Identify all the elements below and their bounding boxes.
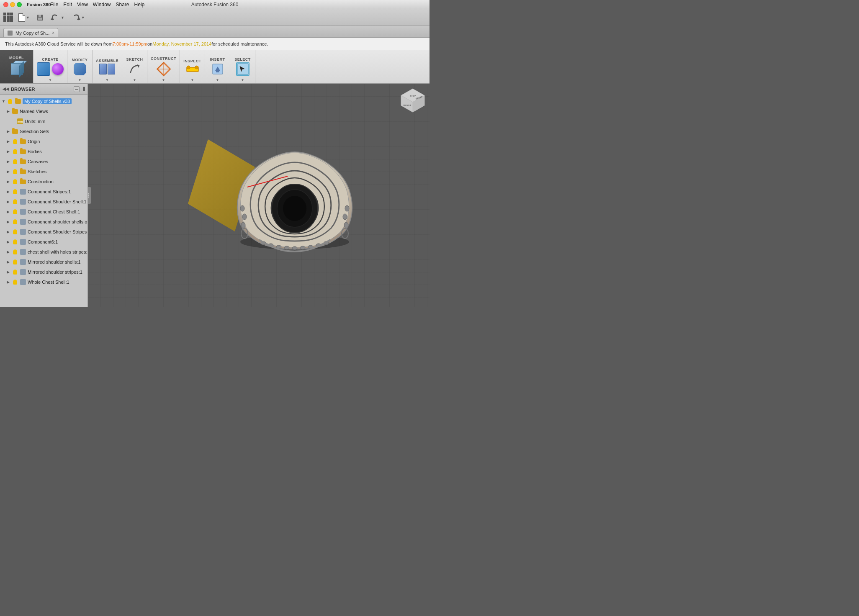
canvases-arrow: ▶ — [7, 159, 12, 164]
assemble-icon — [99, 64, 115, 74]
new-file-button[interactable]: ▼ — [17, 13, 31, 23]
comp6-bulb — [12, 239, 18, 245]
svg-point-29 — [292, 246, 297, 250]
notification-prefix: This Autodesk A360 Cloud Service will be… — [5, 41, 113, 46]
construction-arrow: ▶ — [7, 180, 12, 184]
tree-item-sketches[interactable]: ▶ Sketches — [0, 167, 87, 177]
tree-item-selection-sets[interactable]: ▶ Selection Sets — [0, 126, 87, 136]
undo-icon — [51, 14, 60, 21]
comp-chest-icon — [20, 208, 26, 215]
menu-edit[interactable]: Edit — [63, 2, 72, 8]
toolbar-select[interactable]: SELECT ▼ — [230, 50, 255, 83]
construct-icon — [156, 62, 171, 77]
create-sphere-icon — [52, 63, 64, 75]
comp-stripes-label: Component Stripes:1 — [28, 189, 71, 194]
side-panel-handle[interactable] — [88, 187, 91, 204]
comp-chest-bulb — [12, 208, 18, 215]
tree-item-mirrored-stripes[interactable]: ▶ Mirrored shoulder stripes:1 — [0, 267, 87, 277]
notification-time: 7:00pm-11:59pm — [113, 41, 147, 46]
mirrored-stripes-icon — [20, 269, 26, 275]
bodies-label: Bodies — [28, 149, 42, 154]
svg-point-39 — [241, 222, 245, 228]
insert-icon — [211, 62, 224, 76]
save-icon — [36, 14, 44, 21]
select-dropdown-arrow: ▼ — [241, 78, 244, 82]
browser-collapse-arrow[interactable]: ◀◀ — [3, 87, 9, 91]
browser-options[interactable]: ‖ — [83, 87, 85, 91]
undo-button[interactable]: ▼ — [49, 13, 66, 22]
grid-icon[interactable] — [3, 13, 13, 23]
sketch-icon — [128, 62, 141, 76]
menu-file[interactable]: File — [50, 2, 58, 8]
mirrored-stripes-label: Mirrored shoulder stripes:1 — [28, 270, 82, 275]
toolbar-construct[interactable]: CONSTRUCT ▼ — [147, 50, 180, 83]
toolbar-insert[interactable]: INSERT ▼ — [205, 50, 230, 83]
units-icon: mm — [17, 118, 23, 125]
menu-share[interactable]: Share — [116, 2, 129, 8]
redo-button[interactable]: ▼ — [69, 13, 87, 22]
toolbar-model[interactable]: MODEL — [0, 50, 33, 83]
tree-item-whole-chest[interactable]: ▶ Whole Chest Shell:1 — [0, 277, 87, 287]
tree-item-canvases[interactable]: ▶ Canvases — [0, 157, 87, 167]
tree-item-comp-stripes[interactable]: ▶ Component Stripes:1 — [0, 187, 87, 197]
notification-suffix: for scheduled maintenance. — [211, 41, 268, 46]
tree-item-bodies[interactable]: ▶ Bodies — [0, 146, 87, 157]
active-tab[interactable]: My Copy of Sh... × — [3, 28, 58, 37]
create-icons — [37, 62, 64, 76]
toolbar-modify[interactable]: MODIFY ▼ — [67, 50, 93, 83]
3d-viewport[interactable]: TOP RIGHT FRONT — [88, 84, 430, 307]
tree-item-comp-chest[interactable]: ▶ Component Chest Shell:1 — [0, 207, 87, 217]
tree-item-mirrored-shoulder[interactable]: ▶ Mirrored shoulder shells:1 — [0, 257, 87, 267]
tree-item-units[interactable]: mm Units: mm — [0, 116, 87, 126]
named-views-folder — [12, 108, 18, 115]
bodies-arrow: ▶ — [7, 149, 12, 154]
minimize-button[interactable] — [10, 2, 15, 7]
tab-close-button[interactable]: × — [52, 31, 54, 35]
app-name: Fusion 360 — [27, 2, 51, 7]
tree-item-comp6[interactable]: ▶ Component6:1 — [0, 237, 87, 247]
toolbar-assemble[interactable]: ASSEMBLE ▼ — [93, 50, 122, 83]
menu-view[interactable]: View — [77, 2, 88, 8]
tree-item-chest-holes[interactable]: ▶ chest shell with holes stripes:1 — [0, 247, 87, 257]
svg-point-35 — [345, 205, 349, 211]
svg-point-24 — [283, 196, 306, 221]
create-dropdown-arrow: ▼ — [49, 78, 52, 82]
sketches-arrow: ▶ — [7, 169, 12, 174]
browser-minimize-button[interactable]: — — [74, 86, 80, 92]
construct-dropdown-arrow: ▼ — [162, 78, 165, 82]
toolbar-create[interactable]: CREATE ▼ — [33, 50, 67, 83]
svg-point-12 — [195, 66, 198, 69]
toolbar-inspect[interactable]: INSPECT ▼ — [180, 50, 205, 83]
tab-icon — [7, 30, 13, 36]
maximize-button[interactable] — [17, 2, 22, 7]
assemble-dropdown-arrow: ▼ — [105, 78, 109, 82]
tab-bar: My Copy of Sh... × — [0, 26, 430, 38]
tree-item-construction[interactable]: ▶ Construction — [0, 177, 87, 187]
save-button[interactable] — [35, 13, 46, 22]
tree-item-named-views[interactable]: ▶ Named Views — [0, 106, 87, 116]
svg-point-37 — [242, 214, 247, 220]
svg-rect-2 — [38, 18, 42, 20]
comp-chest-label: Component Chest Shell:1 — [28, 209, 80, 214]
toolbar-sketch[interactable]: SKETCH ▼ — [122, 50, 147, 83]
nav-cube-svg: TOP RIGHT FRONT — [400, 88, 425, 113]
comp-shoulder-stripes-icon — [20, 228, 26, 235]
tree-item-root[interactable]: ▼ My Copy of Shells v38 — [0, 96, 87, 106]
menu-help[interactable]: Help — [134, 2, 145, 8]
tree-item-origin[interactable]: ▶ Origin — [0, 136, 87, 146]
navigation-cube[interactable]: TOP RIGHT FRONT — [400, 88, 425, 113]
svg-point-20 — [88, 196, 89, 198]
svg-point-11 — [187, 66, 190, 69]
root-bulb-icon — [7, 98, 13, 105]
modify-icon — [74, 63, 86, 75]
svg-marker-4 — [77, 17, 80, 20]
svg-point-38 — [240, 205, 244, 211]
close-button[interactable] — [3, 2, 8, 7]
tree-item-comp-shoulder-only[interactable]: ▶ Component shoulder shells only:1 — [0, 217, 87, 227]
comp-shoulder-bulb — [12, 198, 18, 205]
canvases-label: Canvases — [28, 159, 48, 164]
menu-window[interactable]: Window — [93, 2, 111, 8]
tree-item-comp-shoulder-stripes[interactable]: ▶ Component Shoulder Stripes only... — [0, 227, 87, 237]
svg-text:FRONT: FRONT — [403, 104, 411, 107]
tree-item-comp-shoulder[interactable]: ▶ Component Shoulder Shell:1 — [0, 197, 87, 207]
